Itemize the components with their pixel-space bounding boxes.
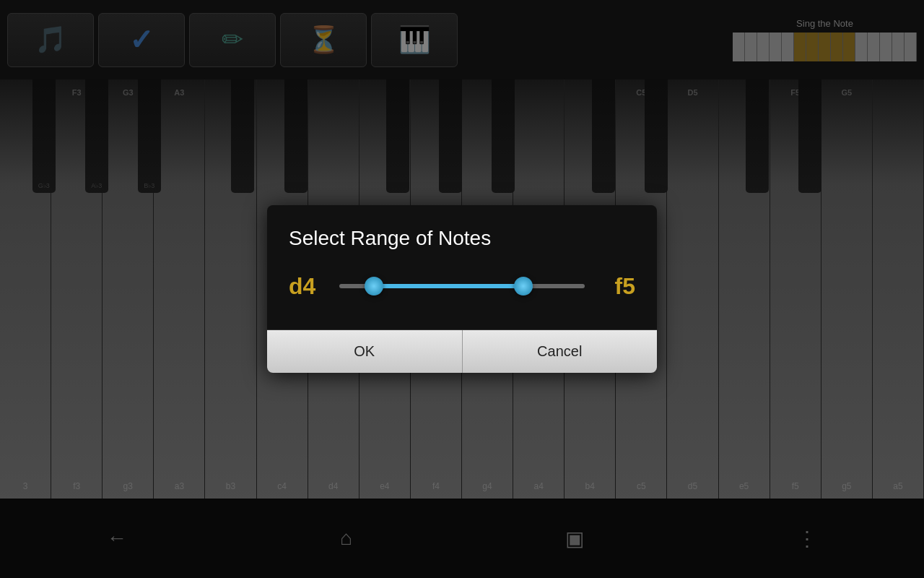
range-slider[interactable] xyxy=(339,272,585,301)
note-low-label: d4 xyxy=(289,273,328,300)
slider-row: d4 f5 xyxy=(289,272,635,301)
cancel-button[interactable]: Cancel xyxy=(463,330,658,373)
dialog-title: Select Range of Notes xyxy=(289,227,635,250)
slider-fill xyxy=(374,284,523,288)
dialog-content: Select Range of Notes d4 f5 xyxy=(267,205,657,329)
slider-thumb-high[interactable] xyxy=(514,277,533,296)
slider-thumb-low[interactable] xyxy=(365,277,383,296)
ok-button[interactable]: OK xyxy=(267,330,463,373)
select-range-dialog: Select Range of Notes d4 f5 OK Cancel xyxy=(267,205,657,373)
dialog-overlay: Select Range of Notes d4 f5 OK Cancel xyxy=(0,0,924,578)
note-high-label: f5 xyxy=(596,273,635,300)
slider-track xyxy=(339,284,585,288)
dialog-buttons: OK Cancel xyxy=(267,329,657,373)
